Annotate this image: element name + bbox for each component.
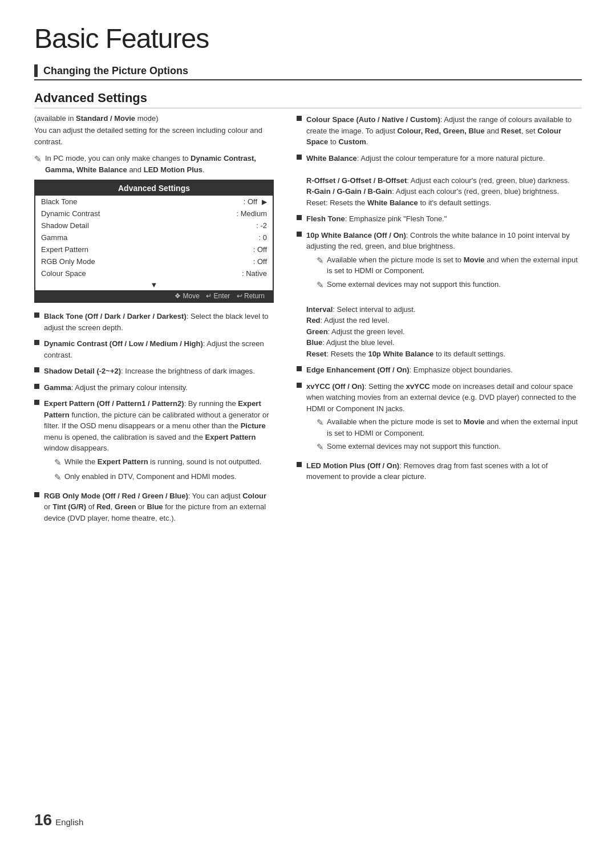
row-value-5: : Off: [253, 257, 267, 266]
sub-note-text: Only enabled in DTV, Component and HDMI …: [64, 471, 237, 482]
bullet-text: Colour Space (Auto / Native / Custom): A…: [306, 114, 582, 148]
table-row: Gamma : 0: [35, 232, 273, 244]
bullet-text: xvYCC (Off / On): Setting the xvYCC mode…: [306, 381, 582, 455]
list-item: Colour Space (Auto / Native / Custom): A…: [297, 114, 582, 148]
row-label-3: Gamma: [41, 233, 67, 242]
bullet-square: [297, 215, 302, 220]
bullet-text: Expert Pattern (Off / Pattern1 / Pattern…: [44, 398, 274, 485]
row-value-6: : Native: [242, 269, 267, 278]
bullet-square: [297, 116, 302, 121]
bullet-square: [34, 367, 39, 372]
sub-note-text: Some external devices may not support th…: [327, 441, 501, 452]
table-row: Expert Pattern : Off: [35, 244, 273, 255]
table-row: Dynamic Contrast : Medium: [35, 208, 273, 220]
sub-note-text: While the Expert Pattern is running, sou…: [64, 456, 261, 468]
available-note: (available in Standard / Movie mode): [34, 114, 274, 123]
reset-10p-text: Reset: Resets the 10p White Balance to i…: [306, 350, 505, 358]
row-value-1: : Medium: [237, 209, 267, 218]
table-row: Black Tone : Off ▶: [35, 196, 273, 208]
page-number: 16: [34, 811, 52, 829]
r-offset-text: R-Offset / G-Offset / B-Offset: Adjust e…: [306, 176, 570, 185]
note-icon: ✎: [54, 471, 62, 484]
list-item: White Balance: Adjust the colour tempera…: [297, 153, 582, 209]
bullet-square: [297, 366, 302, 371]
desc-text: You can adjust the detailed setting for …: [34, 125, 274, 147]
reset-text: Reset: Resets the White Balance to it's …: [306, 198, 491, 207]
list-item: Shadow Detail (-2~+2): Increase the brig…: [34, 366, 274, 377]
sub-note: ✎ While the Expert Pattern is running, s…: [54, 456, 274, 469]
row-label-6: Colour Space: [41, 269, 86, 278]
note-icon: ✎: [317, 441, 324, 454]
note-icon: ✎: [317, 416, 324, 429]
row-label-2: Shadow Detail: [41, 221, 89, 230]
list-item: Gamma: Adjust the primary colour intensi…: [34, 382, 274, 393]
list-item: LED Motion Plus (Off / On): Removes drag…: [297, 460, 582, 482]
page-language: English: [55, 817, 83, 827]
table-row: RGB Only Mode : Off: [35, 255, 273, 267]
expert-pattern-text: Expert Pattern (Off / Pattern1 / Pattern…: [44, 399, 269, 452]
bullet-square: [297, 155, 302, 160]
list-item: xvYCC (Off / On): Setting the xvYCC mode…: [297, 381, 582, 455]
bullet-text: Gamma: Adjust the primary colour intensi…: [44, 382, 274, 393]
table-row: Colour Space : Native: [35, 267, 273, 279]
bullet-square: [34, 384, 39, 389]
bullet-square: [34, 340, 39, 345]
bullet-square: [297, 383, 302, 388]
sub-note: ✎ Some external devices may not support …: [317, 279, 582, 292]
bullet-text: Edge Enhancement (Off / On): Emphasize o…: [306, 364, 582, 376]
blue-text: Blue: Adjust the blue level.: [306, 338, 395, 347]
note-icon: ✎: [54, 456, 62, 469]
row-value-2: : -2: [256, 221, 267, 230]
table-row: Shadow Detail : -2: [35, 220, 273, 232]
right-bullet-list: Colour Space (Auto / Native / Custom): A…: [297, 114, 582, 482]
note-text-1: In PC mode, you can only make changes to…: [45, 153, 274, 175]
main-content: (available in Standard / Movie mode) You…: [34, 114, 582, 529]
page-footer: 16 English: [34, 811, 83, 829]
sub-note-text: Available when the picture mode is set t…: [327, 416, 582, 439]
note-block-1: ✎ In PC mode, you can only make changes …: [34, 153, 274, 175]
white-balance-text: White Balance: Adjust the colour tempera…: [306, 154, 545, 163]
advanced-settings-table: Advanced Settings Black Tone : Off ▶ Dyn…: [34, 180, 274, 303]
bullet-square: [297, 232, 302, 237]
list-item: Black Tone (Off / Dark / Darker / Darkes…: [34, 311, 274, 333]
10p-wb-text: 10p White Balance (Off / On): Controls t…: [306, 231, 570, 251]
bullet-square: [34, 313, 39, 318]
sub-note: ✎ Available when the picture mode is set…: [317, 254, 582, 277]
row-label-0: Black Tone: [41, 197, 77, 206]
list-item: Edge Enhancement (Off / On): Emphasize o…: [297, 364, 582, 376]
row-label-5: RGB Only Mode: [41, 257, 95, 266]
bullet-text: RGB Only Mode (Off / Red / Green / Blue)…: [44, 490, 274, 524]
page-title: Basic Features: [34, 23, 582, 54]
sub-note-text: Some external devices may not support th…: [327, 279, 501, 290]
r-gain-text: R-Gain / G-Gain / B-Gain: Adjust each co…: [306, 187, 559, 196]
xvycc-text: xvYCC (Off / On): Setting the xvYCC mode…: [306, 382, 576, 413]
note-icon-1: ✎: [34, 153, 42, 166]
list-item: Expert Pattern (Off / Pattern1 / Pattern…: [34, 398, 274, 485]
bullet-text: White Balance: Adjust the colour tempera…: [306, 153, 582, 209]
section-header: Changing the Picture Options: [34, 64, 582, 80]
section-header-bar: [34, 64, 38, 77]
interval-text: Interval: Select interval to adjust.: [306, 305, 416, 314]
table-footer: ❖ Move ↵ Enter ↩ Return: [35, 290, 273, 302]
row-value-0: : Off ▶: [244, 197, 267, 206]
sub-note-text: Available when the picture mode is set t…: [327, 254, 582, 277]
row-label-4: Expert Pattern: [41, 245, 88, 254]
list-item: Dynamic Contrast (Off / Low / Medium / H…: [34, 338, 274, 360]
table-body: Black Tone : Off ▶ Dynamic Contrast : Me…: [35, 196, 273, 290]
down-arrow-row: ▼: [35, 279, 273, 290]
bullet-square: [34, 400, 39, 405]
right-column: Colour Space (Auto / Native / Custom): A…: [297, 114, 582, 529]
sub-note: ✎ Available when the picture mode is set…: [317, 416, 582, 439]
bullet-text: Shadow Detail (-2~+2): Increase the brig…: [44, 366, 274, 377]
red-text: Red: Adjust the red level.: [306, 316, 389, 324]
bullet-square: [297, 462, 302, 467]
bullet-text: Dynamic Contrast (Off / Low / Medium / H…: [44, 338, 274, 360]
bullet-square: [34, 492, 39, 497]
subsection-title: Advanced Settings: [34, 91, 582, 108]
sub-note: ✎ Only enabled in DTV, Component and HDM…: [54, 471, 274, 484]
note-icon: ✎: [317, 254, 324, 267]
list-item: 10p White Balance (Off / On): Controls t…: [297, 230, 582, 360]
row-value-3: : 0: [259, 233, 267, 242]
left-bullet-list: Black Tone (Off / Dark / Darker / Darkes…: [34, 311, 274, 524]
list-item: RGB Only Mode (Off / Red / Green / Blue)…: [34, 490, 274, 524]
